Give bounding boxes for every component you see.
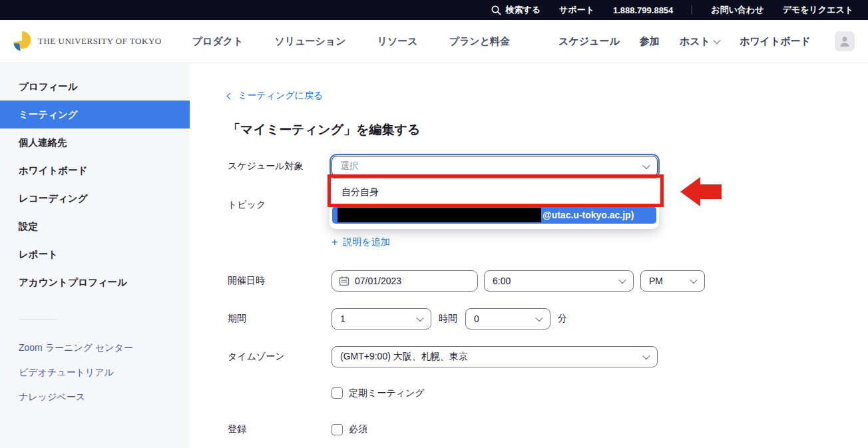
plus-icon: + xyxy=(331,237,337,248)
schedule-for-dropdown: 自分自身 @utac.u-tokyo.ac.jp) xyxy=(329,178,659,229)
dropdown-option-user-email[interactable]: @utac.u-tokyo.ac.jp) xyxy=(332,206,656,224)
timezone-label: タイムゾーン xyxy=(228,351,331,363)
redaction-box xyxy=(337,208,541,222)
sidebar: プロフィール ミーティング 個人連絡先 ホワイトボード レコーディング 設定 レ… xyxy=(0,63,190,448)
sidebar-item-recordings[interactable]: レコーディング xyxy=(0,184,190,212)
sidebar-link-video-tutorials[interactable]: ビデオチュートリアル xyxy=(0,360,190,385)
sidebar-item-meetings[interactable]: ミーティング xyxy=(0,101,190,128)
nav-schedule-link[interactable]: スケジュール xyxy=(558,35,620,48)
nav-join-link[interactable]: 参加 xyxy=(640,35,660,48)
ampm-value: PM xyxy=(649,276,663,286)
time-value: 6:00 xyxy=(493,276,511,286)
main-content: ミーティングに戻る 「マイミーティング」を編集する スケジュール対象 選択 自分… xyxy=(190,63,868,448)
person-icon xyxy=(838,35,851,48)
timezone-value: (GMT+9:00) 大阪、札幌、東京 xyxy=(340,351,468,363)
registration-required-checkbox[interactable] xyxy=(331,424,343,435)
date-input[interactable] xyxy=(331,270,478,292)
duration-minutes-select[interactable]: 0 xyxy=(465,308,550,330)
chevron-left-icon xyxy=(227,93,234,99)
support-link[interactable]: サポート xyxy=(559,4,594,16)
duration-hours-value: 1 xyxy=(340,314,345,324)
nav-whiteboard-link[interactable]: ホワイトボード xyxy=(740,35,811,48)
add-description-link[interactable]: + 説明を追加 xyxy=(331,236,390,248)
nav-item-products[interactable]: プロダクト xyxy=(192,35,244,48)
nav-item-resources[interactable]: リソース xyxy=(377,35,418,48)
logo-text: THE UNIVERSITY OF TOKYO xyxy=(38,36,162,47)
topic-label: トピック xyxy=(228,199,331,211)
search-icon xyxy=(491,5,501,15)
sidebar-link-learning-center[interactable]: Zoom ラーニング センター xyxy=(0,336,190,360)
chevron-down-icon xyxy=(642,162,650,169)
calendar-icon xyxy=(339,276,349,286)
email-suffix-text: @utac.u-tokyo.ac.jp) xyxy=(542,210,634,220)
sidebar-item-contacts[interactable]: 個人連絡先 xyxy=(0,128,190,156)
sidebar-item-reports[interactable]: レポート xyxy=(0,240,190,268)
nav-right-group: スケジュール 参加 ホスト ホワイトボード xyxy=(558,31,855,51)
topbar-divider xyxy=(692,5,692,15)
nav-item-plans[interactable]: プランと料金 xyxy=(449,35,510,48)
search-button[interactable]: 検索する xyxy=(491,4,541,16)
duration-hours-select[interactable]: 1 xyxy=(331,308,431,330)
ginkgo-leaf-icon xyxy=(11,30,33,53)
schedule-for-label: スケジュール対象 xyxy=(228,160,331,172)
sidebar-item-account-profile[interactable]: アカウントプロフィール xyxy=(0,268,190,296)
user-avatar[interactable] xyxy=(835,31,855,51)
sidebar-divider xyxy=(19,319,57,320)
registration-required-label: 必須 xyxy=(349,423,367,435)
university-logo[interactable]: THE UNIVERSITY OF TOKYO xyxy=(11,30,162,53)
timezone-select[interactable]: (GMT+9:00) 大阪、札幌、東京 xyxy=(331,346,658,367)
search-label: 検索する xyxy=(505,4,541,16)
contact-link[interactable]: お問い合わせ xyxy=(711,4,763,16)
nav-host-menu[interactable]: ホスト xyxy=(680,35,720,48)
schedule-for-value: 選択 xyxy=(340,160,359,172)
date-field-wrap xyxy=(331,270,478,292)
request-demo-link[interactable]: デモをリクエスト xyxy=(783,4,853,16)
minutes-unit-label: 分 xyxy=(558,313,567,325)
duration-minutes-value: 0 xyxy=(474,314,479,324)
duration-label: 期間 xyxy=(228,313,331,325)
chevron-down-icon xyxy=(713,37,720,44)
dropdown-option-self[interactable]: 自分自身 xyxy=(329,178,659,206)
back-to-meetings-link[interactable]: ミーティングに戻る xyxy=(228,89,323,103)
recurring-meeting-checkbox[interactable] xyxy=(331,387,343,399)
chevron-down-icon xyxy=(642,352,650,359)
nav-left-group: プロダクト ソリューション リソース プランと料金 xyxy=(192,35,510,48)
top-utility-bar: 検索する サポート 1.888.799.8854 お問い合わせ デモをリクエスト xyxy=(0,0,868,20)
chevron-down-icon xyxy=(416,314,423,322)
recurring-meeting-label: 定期ミーティング xyxy=(349,387,425,399)
main-navbar: THE UNIVERSITY OF TOKYO プロダクト ソリューション リソ… xyxy=(0,20,868,63)
back-link-label: ミーティングに戻る xyxy=(238,90,323,102)
nav-host-label: ホスト xyxy=(680,35,710,48)
schedule-for-select[interactable]: 選択 xyxy=(331,156,658,177)
add-description-label: 説明を追加 xyxy=(343,236,389,248)
ampm-select[interactable]: PM xyxy=(640,270,705,292)
time-select[interactable]: 6:00 xyxy=(484,270,634,292)
sidebar-item-settings[interactable]: 設定 xyxy=(0,212,190,240)
sidebar-item-profile[interactable]: プロフィール xyxy=(0,73,190,101)
schedule-for-wrap: 選択 自分自身 @utac.u-tokyo.ac.jp) xyxy=(331,156,658,177)
page-title: 「マイミーティング」を編集する xyxy=(228,121,868,138)
sidebar-link-knowledge-base[interactable]: ナレッジベース xyxy=(0,385,190,409)
datetime-label: 開催日時 xyxy=(228,275,331,287)
chevron-down-icon xyxy=(690,276,697,284)
phone-number[interactable]: 1.888.799.8854 xyxy=(613,5,673,15)
registration-label: 登録 xyxy=(228,423,331,435)
chevron-down-icon xyxy=(535,314,542,322)
nav-item-solutions[interactable]: ソリューション xyxy=(274,35,345,48)
hours-unit-label: 時間 xyxy=(439,313,457,325)
sidebar-item-whiteboard[interactable]: ホワイトボード xyxy=(0,156,190,184)
chevron-down-icon xyxy=(618,276,626,284)
